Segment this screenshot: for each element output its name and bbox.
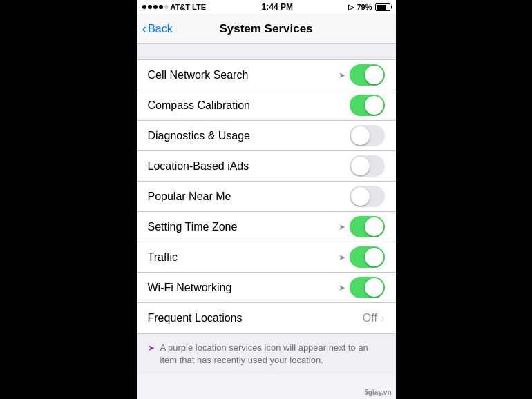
item-right: ➤ bbox=[339, 216, 385, 237]
location-arrow-icon: ➤ bbox=[339, 70, 345, 80]
item-right bbox=[350, 186, 385, 207]
list-item: Cell Network Search ➤ bbox=[137, 60, 396, 90]
toggle-compass-calibration[interactable] bbox=[350, 95, 385, 116]
list-item: Wi-Fi Networking ➤ bbox=[137, 273, 396, 303]
toggle-location-based-iads[interactable] bbox=[350, 155, 385, 177]
signal-dots bbox=[142, 5, 169, 9]
toggle-diagnostics-usage[interactable] bbox=[350, 125, 385, 146]
status-left: AT&T LTE bbox=[142, 3, 206, 11]
status-bar: AT&T LTE 1:44 PM ▷ 79% bbox=[137, 0, 396, 14]
item-label-location-based-iads: Location-Based iAds bbox=[148, 160, 249, 173]
location-arrow-icon: ➤ bbox=[339, 222, 345, 232]
item-right: ➤ bbox=[339, 246, 385, 268]
time-label: 1:44 PM bbox=[262, 2, 293, 12]
toggle-setting-time-zone[interactable] bbox=[350, 216, 385, 237]
item-left: Popular Near Me bbox=[148, 191, 231, 203]
toggle-thumb bbox=[365, 248, 383, 266]
item-label-popular-near-me: Popular Near Me bbox=[148, 191, 231, 203]
item-left: Frequent Locations bbox=[148, 312, 243, 324]
toggle-thumb bbox=[365, 278, 383, 297]
item-label-wifi-networking: Wi-Fi Networking bbox=[148, 282, 232, 294]
item-left: Compass Calibration bbox=[148, 99, 251, 112]
battery-icon bbox=[375, 3, 390, 11]
toggle-traffic[interactable] bbox=[350, 246, 385, 268]
item-label-compass-calibration: Compass Calibration bbox=[148, 99, 251, 112]
item-right bbox=[350, 125, 385, 146]
battery-pct-label: 79% bbox=[357, 3, 372, 11]
toggle-thumb bbox=[365, 96, 383, 115]
battery-fill bbox=[377, 5, 386, 10]
page-title: System Services bbox=[219, 22, 312, 36]
watermark: 5giay.vn bbox=[364, 389, 391, 396]
list-item: Compass Calibration bbox=[137, 90, 396, 121]
off-text: Off bbox=[363, 312, 377, 324]
item-right: ➤ bbox=[339, 64, 385, 86]
back-label: Back bbox=[148, 23, 173, 35]
item-label-diagnostics-usage: Diagnostics & Usage bbox=[148, 130, 251, 142]
settings-list: Cell Network Search ➤ Compass Calibratio… bbox=[137, 59, 396, 334]
list-item: Traffic ➤ bbox=[137, 242, 396, 273]
footer-text: A purple location services icon will app… bbox=[160, 342, 385, 367]
chevron-right-icon: › bbox=[381, 313, 385, 324]
item-left: Setting Time Zone bbox=[148, 221, 238, 233]
item-label-traffic: Traffic bbox=[148, 251, 178, 264]
toggle-popular-near-me[interactable] bbox=[350, 186, 385, 207]
phone-container: AT&T LTE 1:44 PM ▷ 79% ‹ Back System Ser… bbox=[137, 0, 396, 399]
location-arrow-icon: ➤ bbox=[339, 253, 345, 262]
location-icon: ▷ bbox=[348, 3, 354, 12]
toggle-thumb bbox=[351, 126, 370, 145]
toggle-thumb bbox=[365, 66, 383, 84]
list-item: Location-Based iAds bbox=[137, 151, 396, 182]
toggle-cell-network-search[interactable] bbox=[350, 64, 385, 86]
nav-bar: ‹ Back System Services bbox=[137, 14, 396, 44]
toggle-wifi-networking[interactable] bbox=[350, 277, 385, 298]
list-item-frequent-locations[interactable]: Frequent Locations Off › bbox=[137, 303, 396, 333]
item-left: Cell Network Search bbox=[148, 69, 249, 81]
location-arrow-icon: ➤ bbox=[339, 283, 345, 293]
list-item: Diagnostics & Usage bbox=[137, 121, 396, 151]
item-right: ➤ bbox=[339, 277, 385, 298]
item-left: Diagnostics & Usage bbox=[148, 130, 251, 142]
toggle-thumb bbox=[351, 157, 370, 175]
footer-note: ➤ A purple location services icon will a… bbox=[137, 335, 396, 373]
item-label-frequent-locations: Frequent Locations bbox=[148, 312, 243, 324]
network-label: LTE bbox=[192, 3, 206, 11]
list-item: Setting Time Zone ➤ bbox=[137, 212, 396, 242]
item-right: Off › bbox=[363, 312, 385, 324]
carrier-label: AT&T bbox=[171, 3, 191, 11]
purple-location-icon: ➤ bbox=[148, 343, 155, 353]
section-gap bbox=[137, 44, 396, 59]
back-button[interactable]: ‹ Back bbox=[142, 22, 173, 35]
toggle-thumb bbox=[351, 187, 370, 206]
list-item: Popular Near Me bbox=[137, 182, 396, 212]
item-right bbox=[350, 155, 385, 177]
item-label-cell-network-search: Cell Network Search bbox=[148, 69, 249, 81]
item-left: Wi-Fi Networking bbox=[148, 282, 232, 294]
status-right: ▷ 79% bbox=[348, 3, 390, 12]
toggle-thumb bbox=[365, 217, 383, 236]
item-label-setting-time-zone: Setting Time Zone bbox=[148, 221, 238, 233]
item-left: Traffic bbox=[148, 251, 178, 264]
back-chevron-icon: ‹ bbox=[142, 21, 147, 35]
item-right bbox=[350, 95, 385, 116]
item-left: Location-Based iAds bbox=[148, 160, 249, 173]
